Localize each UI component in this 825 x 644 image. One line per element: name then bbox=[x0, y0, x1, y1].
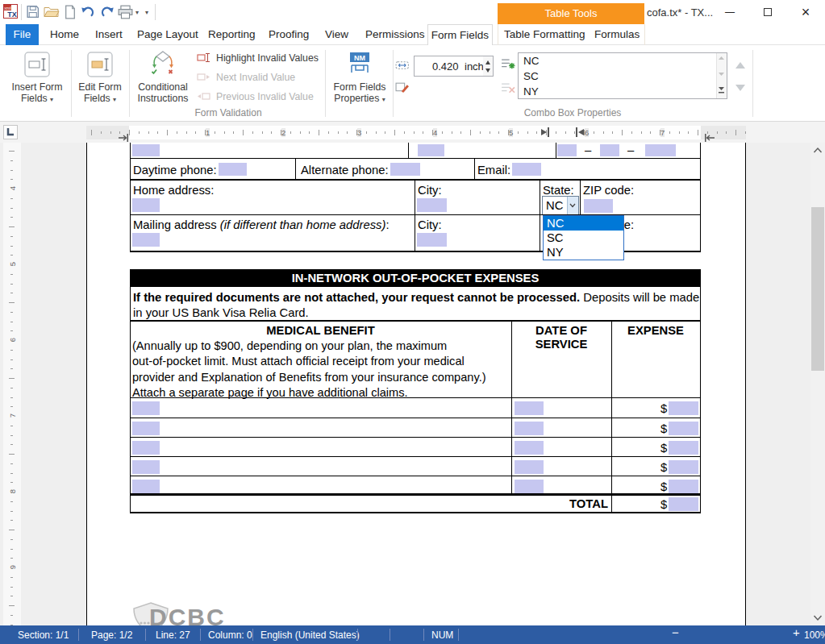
alternate-phone-field[interactable] bbox=[390, 163, 420, 176]
print-icon[interactable] bbox=[118, 5, 133, 19]
move-item-down-icon[interactable] bbox=[734, 82, 747, 93]
table-column-marker-icon[interactable] bbox=[540, 127, 550, 137]
context-tab-table-tools[interactable]: Table Tools bbox=[498, 3, 644, 24]
insert-form-fields-button[interactable]: Insert FormFields ▾ bbox=[6, 48, 68, 116]
daytime-phone-field[interactable] bbox=[219, 163, 247, 176]
tab-stop-marker-icon[interactable] bbox=[118, 134, 129, 142]
document-area[interactable]: 4 5 6 7 8 9 – – Daytime phone: bbox=[0, 143, 825, 625]
date-field[interactable] bbox=[515, 480, 544, 493]
print-dropdown-icon[interactable]: ▾ bbox=[135, 9, 139, 16]
status-num-lock[interactable]: NUM bbox=[431, 629, 453, 641]
apply-field-icon[interactable] bbox=[395, 81, 410, 95]
tab-form-fields[interactable]: Form Fields bbox=[427, 24, 493, 46]
expense-field[interactable] bbox=[669, 422, 698, 435]
close-button[interactable]: × bbox=[794, 2, 818, 23]
benefit-field[interactable] bbox=[132, 441, 160, 455]
tab-formulas[interactable]: Formulas bbox=[594, 24, 640, 45]
combo-item[interactable]: NC bbox=[519, 53, 727, 69]
dropdown-option-selected[interactable]: NC bbox=[544, 216, 623, 231]
date-field[interactable] bbox=[515, 460, 544, 474]
combobox-dropdown-button[interactable] bbox=[567, 197, 578, 214]
tab-file[interactable]: File bbox=[6, 24, 39, 45]
combo-items-list[interactable]: NC SC NY bbox=[518, 52, 727, 99]
quickaccess-dropdown-icon[interactable]: ▾ bbox=[145, 9, 148, 16]
tab-page-layout[interactable]: Page Layout bbox=[137, 24, 198, 45]
form-fields-properties-button[interactable]: NM Form FieldsProperties ▾ bbox=[329, 48, 390, 116]
mailing-address-field[interactable] bbox=[132, 233, 160, 247]
field-width-input[interactable]: 0.420 inch bbox=[414, 56, 484, 77]
expense-field[interactable] bbox=[669, 441, 698, 455]
vertical-scrollbar[interactable] bbox=[810, 143, 825, 625]
open-icon[interactable] bbox=[44, 5, 60, 19]
maximize-button[interactable] bbox=[756, 2, 780, 23]
save-icon[interactable] bbox=[26, 5, 40, 19]
form-field[interactable] bbox=[600, 144, 619, 156]
scroll-down-icon[interactable] bbox=[813, 614, 823, 621]
minimize-button[interactable]: — bbox=[718, 2, 742, 23]
combo-item[interactable]: SC bbox=[519, 69, 727, 84]
previous-invalid-value-button[interactable]: Previous Invalid Value bbox=[197, 89, 334, 104]
scrollbar-thumb[interactable] bbox=[811, 207, 824, 371]
combo-list-scrollbar[interactable] bbox=[716, 53, 727, 98]
zoom-level[interactable]: 100% bbox=[804, 629, 825, 641]
mailing-city-field[interactable] bbox=[417, 233, 447, 247]
tab-proofing[interactable]: Proofing bbox=[269, 24, 309, 45]
highlight-invalid-values-button[interactable]: Highlight Invalid Values bbox=[197, 51, 334, 65]
add-item-icon[interactable] bbox=[500, 56, 515, 72]
dropdown-option[interactable]: SC bbox=[544, 231, 623, 245]
date-field[interactable] bbox=[515, 422, 544, 435]
tab-view[interactable]: View bbox=[325, 24, 348, 45]
next-invalid-value-button[interactable]: Next Invalid Value bbox=[197, 70, 334, 85]
status-section[interactable]: Section: 1/1 bbox=[18, 629, 69, 641]
tab-home[interactable]: Home bbox=[50, 24, 79, 45]
benefit-field[interactable] bbox=[132, 460, 160, 474]
redo-icon[interactable] bbox=[100, 5, 115, 19]
width-spinner[interactable] bbox=[483, 56, 494, 77]
dropdown-option[interactable]: NY bbox=[544, 245, 623, 260]
status-line[interactable]: Line: 27 bbox=[156, 629, 190, 641]
vertical-ruler[interactable]: 4 5 6 7 8 9 bbox=[3, 143, 21, 625]
date-field[interactable] bbox=[515, 401, 544, 415]
expense-field[interactable] bbox=[669, 401, 698, 415]
status-page[interactable]: Page: 1/2 bbox=[91, 629, 132, 641]
page[interactable]: – – Daytime phone: Alternate phone: Emai… bbox=[86, 143, 746, 625]
tab-reporting[interactable]: Reporting bbox=[208, 24, 256, 45]
zip-field[interactable] bbox=[584, 199, 613, 213]
benefit-field[interactable] bbox=[132, 422, 160, 435]
form-field[interactable] bbox=[557, 144, 577, 156]
right-indent-marker-icon[interactable] bbox=[704, 134, 715, 142]
email-label: Email: bbox=[477, 164, 510, 177]
expense-field[interactable] bbox=[669, 460, 698, 474]
remove-item-icon[interactable] bbox=[500, 81, 515, 96]
expense-field[interactable] bbox=[669, 480, 698, 493]
tab-insert[interactable]: Insert bbox=[95, 24, 123, 45]
move-item-up-icon[interactable] bbox=[734, 60, 747, 71]
combo-item[interactable]: NY bbox=[519, 84, 727, 99]
tab-permissions[interactable]: Permissions bbox=[365, 24, 425, 45]
total-expense-field[interactable] bbox=[669, 497, 698, 511]
undo-icon[interactable] bbox=[81, 5, 95, 19]
home-address-field[interactable] bbox=[132, 198, 160, 212]
zoom-out-button[interactable]: − bbox=[672, 627, 679, 638]
horizontal-ruler[interactable]: 1 2 3 4 5 6 7 bbox=[86, 126, 746, 139]
city-field[interactable] bbox=[417, 198, 447, 212]
form-field[interactable] bbox=[418, 144, 444, 156]
tab-selector-button[interactable] bbox=[3, 125, 18, 139]
status-column[interactable]: Column: 0 bbox=[208, 629, 252, 641]
form-field[interactable] bbox=[645, 144, 676, 156]
zoom-in-button[interactable]: + bbox=[793, 627, 800, 638]
new-document-icon[interactable] bbox=[64, 5, 77, 19]
email-field[interactable] bbox=[512, 163, 541, 176]
benefit-field[interactable] bbox=[132, 401, 160, 415]
tab-table-formatting[interactable]: Table Formatting bbox=[504, 24, 585, 45]
conditional-instructions-button[interactable]: ConditionalInstructions bbox=[134, 48, 192, 116]
benefit-field[interactable] bbox=[132, 480, 160, 493]
form-field[interactable] bbox=[132, 144, 160, 156]
date-field[interactable] bbox=[515, 441, 544, 455]
state-combobox[interactable]: NC bbox=[542, 196, 579, 215]
scroll-up-icon[interactable] bbox=[813, 147, 823, 154]
table-column-marker-icon[interactable] bbox=[575, 127, 585, 137]
edit-form-fields-button[interactable]: Edit FormFields ▾ bbox=[74, 48, 126, 116]
status-language[interactable]: English (United States) bbox=[260, 629, 360, 641]
state-dropdown-list[interactable]: NC SC NY bbox=[543, 215, 624, 260]
